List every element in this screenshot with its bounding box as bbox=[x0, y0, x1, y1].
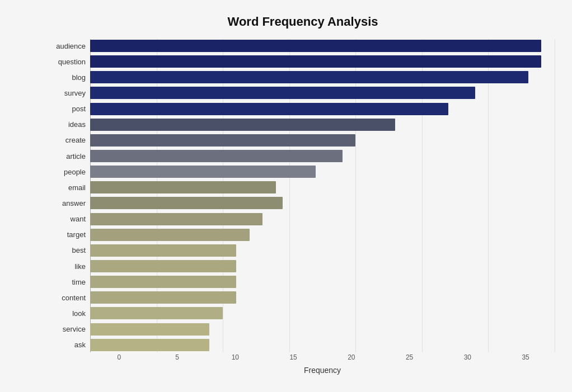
bar-fill bbox=[90, 260, 236, 272]
bar-track bbox=[90, 181, 555, 193]
bar-row: blog bbox=[90, 71, 555, 83]
bar-track bbox=[90, 55, 555, 68]
x-tick-label: 25 bbox=[381, 353, 439, 361]
bar-label: answer bbox=[51, 199, 90, 207]
bar-row: people bbox=[90, 166, 555, 178]
bar-label: content bbox=[51, 294, 90, 302]
bar-fill bbox=[90, 71, 528, 83]
bar-track bbox=[90, 276, 555, 288]
bar-row: article bbox=[90, 150, 555, 162]
bar-row: service bbox=[90, 323, 555, 336]
x-tick-label: 30 bbox=[439, 353, 497, 361]
bar-track bbox=[90, 213, 555, 225]
x-tick-label: 15 bbox=[264, 353, 322, 361]
bar-track bbox=[90, 71, 555, 83]
bar-track bbox=[90, 244, 555, 257]
bar-row: best bbox=[90, 244, 555, 257]
bar-track bbox=[90, 87, 555, 99]
bar-label: people bbox=[51, 168, 90, 176]
bars-wrapper: audiencequestionblogsurveypostideascreat… bbox=[90, 39, 555, 352]
bar-fill bbox=[90, 87, 475, 99]
bar-track bbox=[90, 119, 555, 131]
bar-fill bbox=[90, 150, 343, 162]
bar-label: create bbox=[51, 136, 90, 144]
x-tick-label: 35 bbox=[496, 353, 555, 361]
bar-row: ideas bbox=[90, 119, 555, 131]
bar-track bbox=[90, 197, 555, 209]
bar-row: target bbox=[90, 229, 555, 241]
bar-row: want bbox=[90, 213, 555, 225]
chart-title: Word Frequency Analysis bbox=[51, 15, 555, 29]
bar-track bbox=[90, 260, 555, 272]
chart-container: Word Frequency Analysis audiencequestion… bbox=[6, 3, 566, 389]
bar-fill bbox=[90, 166, 316, 178]
bar-track bbox=[90, 150, 555, 162]
bar-fill bbox=[90, 103, 448, 115]
bar-label: email bbox=[51, 183, 90, 192]
bar-label: like bbox=[51, 262, 90, 271]
bar-fill bbox=[90, 307, 223, 319]
x-axis: 05101520253035 Frequency bbox=[90, 353, 555, 375]
bar-track bbox=[90, 229, 555, 241]
bar-fill bbox=[90, 197, 283, 209]
bar-fill bbox=[90, 244, 236, 257]
gridline bbox=[555, 39, 555, 352]
bar-fill bbox=[90, 323, 209, 336]
bar-track bbox=[90, 291, 555, 304]
bar-row: question bbox=[90, 55, 555, 68]
x-axis-label: Frequency bbox=[90, 366, 555, 375]
x-tick-label: 20 bbox=[322, 353, 381, 361]
x-tick-label: 5 bbox=[148, 353, 207, 361]
bar-fill bbox=[90, 291, 236, 304]
bar-row: like bbox=[90, 260, 555, 272]
bar-fill bbox=[90, 55, 541, 68]
bar-label: article bbox=[51, 152, 90, 160]
x-tick-label: 0 bbox=[90, 353, 148, 361]
x-tick-label: 10 bbox=[207, 353, 265, 361]
bar-track bbox=[90, 339, 555, 351]
bar-row: content bbox=[90, 291, 555, 304]
bar-label: service bbox=[51, 325, 90, 333]
bar-label: time bbox=[51, 278, 90, 286]
bar-fill bbox=[90, 119, 395, 131]
bar-row: email bbox=[90, 181, 555, 193]
bar-row: answer bbox=[90, 197, 555, 209]
bar-row: survey bbox=[90, 87, 555, 99]
bar-label: ask bbox=[51, 341, 90, 349]
bar-label: ideas bbox=[51, 120, 90, 129]
bar-label: look bbox=[51, 309, 90, 318]
bar-row: ask bbox=[90, 339, 555, 351]
bar-fill bbox=[90, 181, 276, 193]
bar-track bbox=[90, 166, 555, 178]
bar-track bbox=[90, 307, 555, 319]
bar-fill bbox=[90, 134, 355, 147]
bar-fill bbox=[90, 276, 236, 288]
bar-label: survey bbox=[51, 89, 90, 97]
bar-fill bbox=[90, 213, 262, 225]
bar-track bbox=[90, 103, 555, 115]
bar-label: want bbox=[51, 215, 90, 223]
bar-row: time bbox=[90, 276, 555, 288]
bar-label: audience bbox=[51, 42, 90, 50]
bar-row: audience bbox=[90, 40, 555, 52]
bar-track bbox=[90, 134, 555, 147]
bar-row: create bbox=[90, 134, 555, 147]
bar-fill bbox=[90, 40, 541, 52]
bar-fill bbox=[90, 339, 209, 351]
bar-label: target bbox=[51, 230, 90, 239]
bar-track bbox=[90, 40, 555, 52]
bar-track bbox=[90, 323, 555, 336]
bar-row: post bbox=[90, 103, 555, 115]
bar-row: look bbox=[90, 307, 555, 319]
bar-label: blog bbox=[51, 73, 90, 82]
bar-label: best bbox=[51, 246, 90, 254]
bar-label: question bbox=[51, 58, 90, 66]
bar-fill bbox=[90, 229, 250, 241]
bar-label: post bbox=[51, 105, 90, 113]
